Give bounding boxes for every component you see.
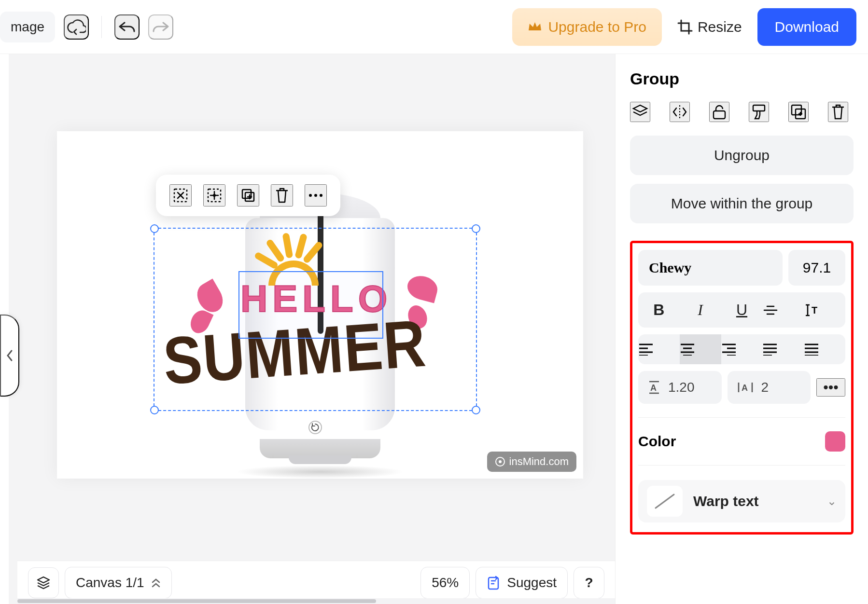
suggest-button[interactable]: Suggest xyxy=(476,567,568,599)
svg-text:A: A xyxy=(742,383,748,393)
font-family-dropdown[interactable]: Chewy xyxy=(638,250,783,286)
layers-button[interactable] xyxy=(28,567,59,598)
text-more-button[interactable]: ••• xyxy=(816,378,845,397)
text-properties-highlight: Chewy 97.1 B I U T A 1.20 xyxy=(630,241,854,535)
align-center-button[interactable] xyxy=(680,334,721,364)
properties-panel: Group Ungroup Move within the group Chew… xyxy=(615,54,868,604)
ai-expand-icon[interactable] xyxy=(203,184,225,206)
font-size-input[interactable]: 97.1 xyxy=(788,250,845,286)
image-tab[interactable]: mage xyxy=(0,12,55,42)
line-height-value: 1.20 xyxy=(668,380,695,395)
duplicate-icon[interactable] xyxy=(237,184,259,206)
watermark-logo-icon xyxy=(495,456,505,467)
text-style-row: B I U T xyxy=(638,292,845,328)
crop-icon xyxy=(677,19,693,35)
left-panel-toggle[interactable] xyxy=(0,315,19,397)
suggest-label: Suggest xyxy=(507,575,557,590)
svg-rect-12 xyxy=(753,105,765,111)
ungroup-button[interactable]: Ungroup xyxy=(630,136,854,175)
watermark-text: insMind.com xyxy=(509,455,569,468)
lock-icon[interactable] xyxy=(709,102,729,122)
undo-button[interactable] xyxy=(114,14,140,40)
strikethrough-button[interactable] xyxy=(762,292,804,328)
top-toolbar: mage Upgrade to Pro Resize Download xyxy=(0,0,868,54)
align-justify-button[interactable] xyxy=(762,334,804,364)
chevron-down-icon: ⌄ xyxy=(827,494,837,508)
flip-icon[interactable] xyxy=(670,102,690,122)
chevron-up-double-icon xyxy=(151,577,161,588)
zoom-level[interactable]: 56% xyxy=(420,567,470,599)
panel-divider-2 xyxy=(638,465,845,466)
selection-toolbar xyxy=(156,175,340,216)
canvas-label: Canvas 1/1 xyxy=(76,575,144,590)
svg-rect-11 xyxy=(714,111,725,119)
text-align-row xyxy=(638,334,845,364)
toolbar-divider xyxy=(101,16,102,38)
svg-text:A: A xyxy=(650,383,657,393)
align-full-justify-button[interactable] xyxy=(804,334,845,364)
delete-icon[interactable] xyxy=(271,184,293,206)
topbar-left: mage xyxy=(0,12,173,42)
rotate-handle[interactable] xyxy=(308,421,322,434)
text-color-swatch[interactable] xyxy=(825,431,845,452)
copy-icon[interactable] xyxy=(788,102,809,122)
canvas-area[interactable]: insMind.com xyxy=(0,54,615,604)
upgrade-label: Upgrade to Pro xyxy=(548,19,646,35)
align-right-button[interactable] xyxy=(721,334,763,364)
letter-spacing-input[interactable]: A 2 xyxy=(728,371,811,404)
svg-point-1 xyxy=(499,460,502,463)
color-label: Color xyxy=(638,433,676,450)
redo-button[interactable] xyxy=(148,14,173,40)
bold-button[interactable]: B xyxy=(638,292,680,328)
warp-preview-icon xyxy=(647,486,683,517)
style-copy-icon[interactable] xyxy=(749,102,769,122)
selection-handle-ne[interactable] xyxy=(472,224,480,233)
vertical-text-button[interactable]: T xyxy=(804,292,845,328)
panel-title: Group xyxy=(630,69,854,88)
resize-button[interactable]: Resize xyxy=(669,14,751,40)
selection-handle-sw[interactable] xyxy=(150,406,159,414)
line-height-icon: A xyxy=(648,380,660,395)
horizontal-scrollbar[interactable] xyxy=(17,598,615,604)
svg-point-8 xyxy=(314,194,317,197)
stage: insMind.com xyxy=(9,54,615,604)
align-left-button[interactable] xyxy=(638,334,680,364)
text-selection-box[interactable] xyxy=(238,271,383,339)
selection-handle-se[interactable] xyxy=(472,406,480,414)
download-button[interactable]: Download xyxy=(757,8,856,46)
line-height-input[interactable]: A 1.20 xyxy=(638,371,722,404)
help-button[interactable]: ? xyxy=(574,567,604,599)
warp-text-dropdown[interactable]: Warp text ⌄ xyxy=(638,480,845,522)
italic-button[interactable]: I xyxy=(680,292,721,328)
svg-point-7 xyxy=(309,194,312,197)
move-within-group-button[interactable]: Move within the group xyxy=(630,184,854,223)
letter-spacing-value: 2 xyxy=(761,380,769,395)
svg-point-9 xyxy=(320,194,322,197)
cloud-sync-icon[interactable] xyxy=(64,14,89,40)
remove-bg-icon[interactable] xyxy=(169,184,192,206)
upgrade-button[interactable]: Upgrade to Pro xyxy=(512,8,661,46)
suggest-icon xyxy=(487,576,500,590)
warp-label: Warp text xyxy=(693,493,816,509)
watermark-badge: insMind.com xyxy=(487,452,576,472)
more-icon[interactable] xyxy=(305,184,327,206)
resize-label: Resize xyxy=(698,19,742,35)
letter-spacing-icon: A xyxy=(737,381,754,394)
panel-divider xyxy=(638,417,845,418)
crown-icon xyxy=(528,21,542,33)
underline-button[interactable]: U xyxy=(721,292,763,328)
trash-icon[interactable] xyxy=(828,102,848,122)
svg-text:T: T xyxy=(812,305,817,316)
scrollbar-thumb[interactable] xyxy=(17,599,376,603)
selection-handle-nw[interactable] xyxy=(150,224,159,233)
canvas-bottombar: Canvas 1/1 56% Suggest ? xyxy=(17,561,615,604)
svg-point-4 xyxy=(213,194,216,197)
group-actions-row xyxy=(630,102,854,122)
canvas-selector[interactable]: Canvas 1/1 xyxy=(65,567,172,599)
layer-order-icon[interactable] xyxy=(630,102,650,122)
